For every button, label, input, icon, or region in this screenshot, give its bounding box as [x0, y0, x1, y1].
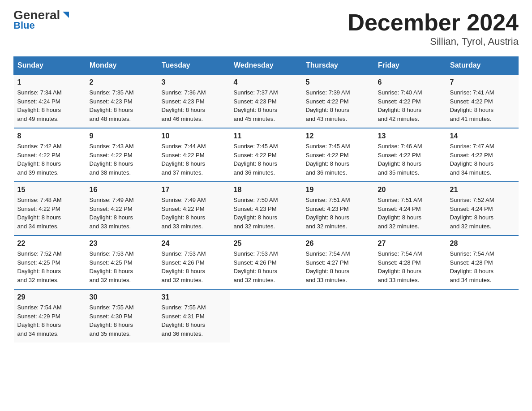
table-row: 7Sunrise: 7:41 AMSunset: 4:22 PMDaylight… — [446, 74, 519, 128]
day-number: 5 — [306, 78, 371, 86]
table-row — [302, 289, 374, 342]
table-row: 2Sunrise: 7:35 AMSunset: 4:23 PMDaylight… — [86, 74, 158, 128]
col-sunday: Sunday — [14, 57, 86, 75]
table-row: 18Sunrise: 7:50 AMSunset: 4:23 PMDayligh… — [230, 182, 302, 235]
table-row: 14Sunrise: 7:47 AMSunset: 4:22 PMDayligh… — [446, 128, 519, 182]
col-monday: Monday — [86, 57, 158, 75]
table-row: 30Sunrise: 7:55 AMSunset: 4:30 PMDayligh… — [86, 289, 158, 342]
day-number: 30 — [90, 293, 154, 301]
table-row: 16Sunrise: 7:49 AMSunset: 4:22 PMDayligh… — [86, 182, 158, 235]
calendar-week-row: 22Sunrise: 7:52 AMSunset: 4:25 PMDayligh… — [14, 235, 519, 289]
table-row: 23Sunrise: 7:53 AMSunset: 4:25 PMDayligh… — [86, 235, 158, 289]
day-number: 11 — [234, 132, 299, 140]
calendar-week-row: 8Sunrise: 7:42 AMSunset: 4:22 PMDaylight… — [14, 128, 519, 182]
day-info: Sunrise: 7:45 AMSunset: 4:22 PMDaylight:… — [306, 142, 371, 177]
table-row: 15Sunrise: 7:48 AMSunset: 4:22 PMDayligh… — [14, 182, 86, 235]
day-number: 14 — [450, 132, 515, 140]
day-info: Sunrise: 7:55 AMSunset: 4:31 PMDaylight:… — [162, 303, 227, 338]
table-row: 26Sunrise: 7:54 AMSunset: 4:27 PMDayligh… — [302, 235, 374, 289]
logo-blue: Blue — [13, 20, 35, 31]
day-number: 4 — [234, 78, 299, 86]
calendar-week-row: 15Sunrise: 7:48 AMSunset: 4:22 PMDayligh… — [14, 182, 519, 235]
day-info: Sunrise: 7:37 AMSunset: 4:23 PMDaylight:… — [234, 88, 299, 123]
day-info: Sunrise: 7:34 AMSunset: 4:24 PMDaylight:… — [17, 88, 82, 123]
col-friday: Friday — [374, 57, 446, 75]
day-number: 24 — [162, 240, 227, 248]
day-info: Sunrise: 7:51 AMSunset: 4:23 PMDaylight:… — [306, 196, 371, 231]
table-row: 29Sunrise: 7:54 AMSunset: 4:29 PMDayligh… — [14, 289, 86, 342]
day-info: Sunrise: 7:52 AMSunset: 4:24 PMDaylight:… — [450, 196, 515, 231]
col-saturday: Saturday — [446, 57, 519, 75]
day-number: 17 — [162, 186, 227, 194]
day-number: 1 — [17, 78, 82, 86]
day-info: Sunrise: 7:54 AMSunset: 4:27 PMDaylight:… — [306, 249, 371, 284]
day-info: Sunrise: 7:42 AMSunset: 4:22 PMDaylight:… — [17, 142, 82, 177]
day-number: 7 — [450, 78, 515, 86]
day-info: Sunrise: 7:52 AMSunset: 4:25 PMDaylight:… — [17, 249, 82, 284]
table-row: 31Sunrise: 7:55 AMSunset: 4:31 PMDayligh… — [158, 289, 230, 342]
day-info: Sunrise: 7:48 AMSunset: 4:22 PMDaylight:… — [17, 196, 82, 231]
day-number: 21 — [450, 186, 515, 194]
table-row: 17Sunrise: 7:49 AMSunset: 4:22 PMDayligh… — [158, 182, 230, 235]
day-number: 15 — [17, 186, 82, 194]
day-number: 18 — [234, 186, 299, 194]
col-thursday: Thursday — [302, 57, 374, 75]
day-info: Sunrise: 7:53 AMSunset: 4:25 PMDaylight:… — [90, 249, 154, 284]
day-number: 19 — [306, 186, 371, 194]
day-info: Sunrise: 7:35 AMSunset: 4:23 PMDaylight:… — [90, 88, 154, 123]
table-row: 9Sunrise: 7:43 AMSunset: 4:22 PMDaylight… — [86, 128, 158, 182]
table-row: 27Sunrise: 7:54 AMSunset: 4:28 PMDayligh… — [374, 235, 446, 289]
logo: General Blue — [13, 9, 71, 31]
day-info: Sunrise: 7:55 AMSunset: 4:30 PMDaylight:… — [90, 303, 154, 338]
table-row: 12Sunrise: 7:45 AMSunset: 4:22 PMDayligh… — [302, 128, 374, 182]
day-number: 16 — [90, 186, 154, 194]
day-info: Sunrise: 7:46 AMSunset: 4:22 PMDaylight:… — [378, 142, 443, 177]
day-info: Sunrise: 7:44 AMSunset: 4:22 PMDaylight:… — [162, 142, 227, 177]
day-number: 8 — [17, 132, 82, 140]
day-info: Sunrise: 7:39 AMSunset: 4:22 PMDaylight:… — [306, 88, 371, 123]
table-row: 5Sunrise: 7:39 AMSunset: 4:22 PMDaylight… — [302, 74, 374, 128]
table-row: 4Sunrise: 7:37 AMSunset: 4:23 PMDaylight… — [230, 74, 302, 128]
table-row — [374, 289, 446, 342]
day-number: 27 — [378, 240, 443, 248]
day-info: Sunrise: 7:49 AMSunset: 4:22 PMDaylight:… — [90, 196, 154, 231]
calendar-table: Sunday Monday Tuesday Wednesday Thursday… — [13, 56, 519, 342]
table-row: 28Sunrise: 7:54 AMSunset: 4:28 PMDayligh… — [446, 235, 519, 289]
calendar-week-row: 29Sunrise: 7:54 AMSunset: 4:29 PMDayligh… — [14, 289, 519, 342]
table-row: 19Sunrise: 7:51 AMSunset: 4:23 PMDayligh… — [302, 182, 374, 235]
col-tuesday: Tuesday — [158, 57, 230, 75]
table-row: 11Sunrise: 7:45 AMSunset: 4:22 PMDayligh… — [230, 128, 302, 182]
table-row: 8Sunrise: 7:42 AMSunset: 4:22 PMDaylight… — [14, 128, 86, 182]
table-row: 25Sunrise: 7:53 AMSunset: 4:26 PMDayligh… — [230, 235, 302, 289]
day-info: Sunrise: 7:51 AMSunset: 4:24 PMDaylight:… — [378, 196, 443, 231]
header: General Blue December 2024 Sillian, Tyro… — [13, 9, 519, 47]
table-row: 10Sunrise: 7:44 AMSunset: 4:22 PMDayligh… — [158, 128, 230, 182]
day-info: Sunrise: 7:54 AMSunset: 4:28 PMDaylight:… — [450, 249, 515, 284]
day-number: 26 — [306, 240, 371, 248]
day-info: Sunrise: 7:54 AMSunset: 4:28 PMDaylight:… — [378, 249, 443, 284]
day-number: 9 — [90, 132, 154, 140]
day-number: 13 — [378, 132, 443, 140]
calendar-header-row: Sunday Monday Tuesday Wednesday Thursday… — [14, 57, 519, 75]
table-row — [230, 289, 302, 342]
day-number: 10 — [162, 132, 227, 140]
title-block: December 2024 Sillian, Tyrol, Austria — [348, 9, 519, 47]
day-info: Sunrise: 7:47 AMSunset: 4:22 PMDaylight:… — [450, 142, 515, 177]
day-number: 20 — [378, 186, 443, 194]
day-number: 25 — [234, 240, 299, 248]
day-number: 6 — [378, 78, 443, 86]
day-info: Sunrise: 7:54 AMSunset: 4:29 PMDaylight:… — [17, 303, 82, 338]
table-row: 6Sunrise: 7:40 AMSunset: 4:22 PMDaylight… — [374, 74, 446, 128]
table-row: 20Sunrise: 7:51 AMSunset: 4:24 PMDayligh… — [374, 182, 446, 235]
day-number: 3 — [162, 78, 227, 86]
calendar-week-row: 1Sunrise: 7:34 AMSunset: 4:24 PMDaylight… — [14, 74, 519, 128]
table-row: 21Sunrise: 7:52 AMSunset: 4:24 PMDayligh… — [446, 182, 519, 235]
page-subtitle: Sillian, Tyrol, Austria — [348, 36, 519, 47]
day-info: Sunrise: 7:53 AMSunset: 4:26 PMDaylight:… — [162, 249, 227, 284]
day-number: 23 — [90, 240, 154, 248]
day-number: 22 — [17, 240, 82, 248]
day-number: 2 — [90, 78, 154, 86]
day-info: Sunrise: 7:50 AMSunset: 4:23 PMDaylight:… — [234, 196, 299, 231]
table-row: 24Sunrise: 7:53 AMSunset: 4:26 PMDayligh… — [158, 235, 230, 289]
logo-triangle-icon — [61, 10, 71, 20]
